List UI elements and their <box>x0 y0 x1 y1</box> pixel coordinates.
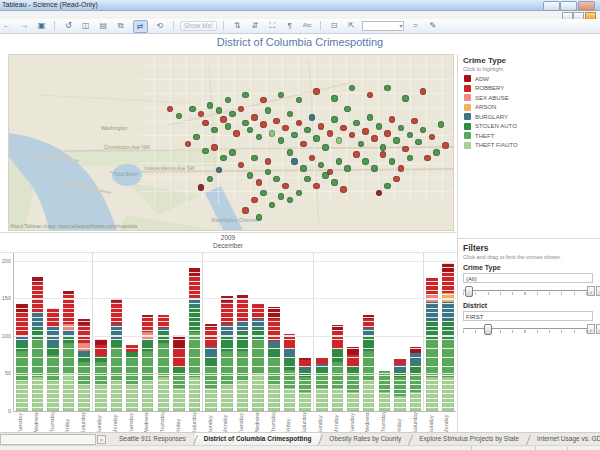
crime-point[interactable] <box>380 144 387 151</box>
maximize-button[interactable] <box>560 1 577 11</box>
crime-point[interactable] <box>300 141 307 148</box>
crime-point[interactable] <box>304 127 311 134</box>
bar-segment-adw[interactable] <box>173 335 185 349</box>
crime-point[interactable] <box>260 97 267 104</box>
crime-type-slider-thumb[interactable] <box>465 286 473 297</box>
save-icon[interactable]: ▣ <box>36 20 47 31</box>
bar-segment-theft-f-auto[interactable] <box>221 385 233 411</box>
stacked-bar[interactable] <box>363 315 375 411</box>
bar-segment-stolen-auto[interactable] <box>426 321 438 340</box>
crime-point[interactable] <box>393 176 400 183</box>
crime-point[interactable] <box>344 106 351 113</box>
crime-point[interactable] <box>384 130 391 137</box>
crime-point[interactable] <box>367 92 374 99</box>
day-column[interactable] <box>76 253 92 411</box>
bar-segment-theft-f-auto[interactable] <box>347 392 359 411</box>
crime-point[interactable] <box>438 121 445 128</box>
bar-segment-burglary[interactable] <box>363 328 375 336</box>
bar-segment-theft-f-auto[interactable] <box>142 381 154 411</box>
bar-segment-burglary[interactable] <box>205 347 217 358</box>
stacked-bar[interactable] <box>410 347 422 411</box>
stacked-bar[interactable] <box>205 324 217 411</box>
crime-point[interactable] <box>296 190 303 197</box>
stacked-bar[interactable] <box>347 347 359 411</box>
bar-segment-burglary[interactable] <box>47 327 59 346</box>
new-worksheet-icon[interactable]: ▤ <box>98 20 109 31</box>
crime-point[interactable] <box>393 137 400 144</box>
crime-point[interactable] <box>344 165 351 172</box>
bar-segment-burglary[interactable] <box>410 353 422 364</box>
bar-segment-robbery[interactable] <box>205 328 217 347</box>
bar-segment-sex-abuse[interactable] <box>78 343 90 351</box>
legend-item[interactable]: ROBBERY <box>464 85 600 92</box>
show-me-button[interactable]: Show Me! <box>180 21 217 31</box>
crime-point[interactable] <box>220 116 227 123</box>
crime-point[interactable] <box>433 149 440 156</box>
bar-segment-sex-abuse[interactable] <box>142 332 154 340</box>
sheet-selector-button[interactable]: × <box>97 435 106 444</box>
bar-segment-burglary[interactable] <box>252 319 264 328</box>
bar-segment-sex-abuse[interactable] <box>426 294 438 302</box>
show-labels-icon[interactable]: ¶ <box>284 20 295 31</box>
legend-item[interactable]: STOLEN AUTO <box>464 123 600 130</box>
crime-point[interactable] <box>318 123 325 130</box>
crime-point[interactable] <box>198 184 205 191</box>
bar-segment-stolen-auto[interactable] <box>47 346 59 355</box>
crime-point[interactable] <box>193 134 200 141</box>
crime-point[interactable] <box>309 114 316 121</box>
sheet-selector[interactable]: Dashboard <box>0 434 96 445</box>
crime-point[interactable] <box>353 120 360 127</box>
duplicate-sheet-icon[interactable]: ⧉ <box>115 20 126 31</box>
crime-type-filter-value[interactable]: (All) <box>463 273 593 283</box>
crime-point[interactable] <box>291 132 298 139</box>
stacked-bar[interactable] <box>78 319 90 411</box>
bar-segment-robbery[interactable] <box>47 308 59 327</box>
crime-point[interactable] <box>362 128 369 135</box>
bar-segment-stolen-auto[interactable] <box>32 328 44 339</box>
crime-point[interactable] <box>389 158 396 165</box>
legend-item[interactable]: BURGLARY <box>464 113 600 120</box>
bar-segment-theft-f-auto[interactable] <box>284 388 296 411</box>
district-slider-thumb[interactable] <box>484 324 492 335</box>
bar-segment-theft[interactable] <box>268 358 280 384</box>
crime-point[interactable] <box>211 144 218 151</box>
bar-segment-theft-f-auto[interactable] <box>32 377 44 411</box>
crime-point[interactable] <box>331 95 338 102</box>
bar-segment-stolen-auto[interactable] <box>189 306 201 332</box>
crime-point[interactable] <box>376 123 383 130</box>
bar-segment-theft-f-auto[interactable] <box>252 373 264 411</box>
day-column[interactable] <box>235 253 251 411</box>
bar-segment-burglary[interactable] <box>426 302 438 321</box>
crime-point[interactable] <box>331 179 338 186</box>
bar-segment-robbery[interactable] <box>426 278 438 295</box>
crime-point[interactable] <box>265 107 272 114</box>
bar-segment-theft[interactable] <box>78 362 90 385</box>
bar-segment-theft[interactable] <box>237 351 249 381</box>
day-column[interactable] <box>219 253 235 411</box>
slider-right-button[interactable]: › <box>596 324 600 334</box>
crime-point[interactable] <box>251 155 258 162</box>
bar-segment-robbery[interactable] <box>442 272 454 293</box>
crime-point[interactable] <box>278 137 285 144</box>
bar-segment-robbery[interactable] <box>16 313 28 336</box>
day-column[interactable] <box>93 253 109 411</box>
bar-segment-theft[interactable] <box>332 362 344 388</box>
crime-point[interactable] <box>287 149 294 156</box>
day-column[interactable] <box>282 253 298 411</box>
crime-point[interactable] <box>389 116 396 123</box>
bar-segment-burglary[interactable] <box>284 349 296 358</box>
stacked-bar[interactable] <box>126 345 138 411</box>
day-column[interactable] <box>250 253 266 411</box>
minimize-button[interactable] <box>543 1 560 11</box>
bar-segment-theft-f-auto[interactable] <box>126 385 138 411</box>
bar-segment-theft-f-auto[interactable] <box>379 392 391 411</box>
crime-point[interactable] <box>376 190 383 197</box>
bar-segment-robbery[interactable] <box>299 360 311 368</box>
bar-segment-theft-f-auto[interactable] <box>442 377 454 411</box>
crime-point[interactable] <box>336 137 343 144</box>
bar-segment-burglary[interactable] <box>111 325 123 340</box>
bar-segment-robbery[interactable] <box>78 325 90 344</box>
crime-point[interactable] <box>384 85 391 92</box>
day-column[interactable] <box>203 253 219 411</box>
crime-point[interactable] <box>367 114 374 121</box>
